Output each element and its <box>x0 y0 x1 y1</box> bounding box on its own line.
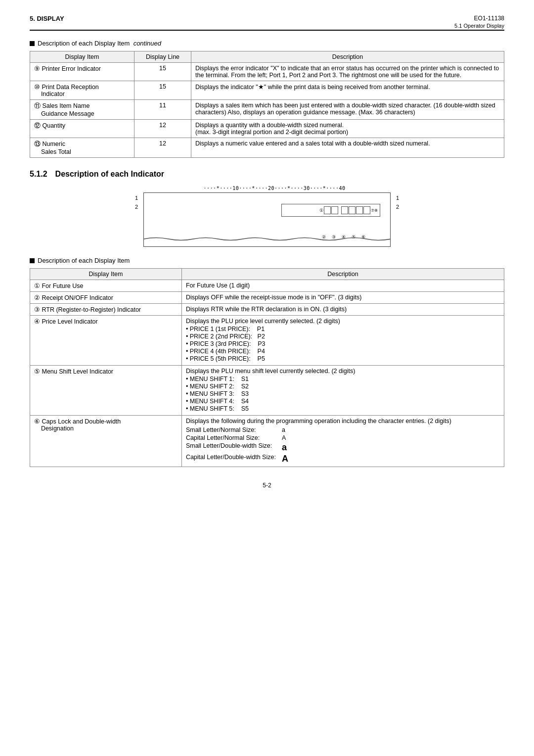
price-level-list: PRICE 1 (1st PRICE): P1 PRICE 2 (2nd PRI… <box>186 326 500 362</box>
bt-desc-cell: Displays OFF while the receipt-issue mod… <box>181 292 504 304</box>
caps-value-large: a <box>278 442 292 453</box>
item-cell: ⑫ Quantity <box>30 120 134 138</box>
desc-cell: Displays a numeric value entered and a s… <box>191 138 504 158</box>
line-cell: 12 <box>134 138 191 158</box>
inner-display-box: ① ⑦⑧ <box>281 204 380 217</box>
table-row: ⑬ Numeric Sales Total 12 Displays a nume… <box>30 138 504 158</box>
table-row: ⑥ Caps Lock and Double-width Designation… <box>30 416 504 467</box>
caps-value: a <box>278 426 292 434</box>
item-cell: ⑩ Print Data Reception Indicator <box>30 81 134 100</box>
wave-decoration <box>144 236 390 246</box>
list-item: MENU SHIFT 3: S3 <box>186 390 500 397</box>
bt-item-cell: ④ Price Level Indicator <box>30 316 182 366</box>
bt-desc-cell: Displays RTR while the RTR declaration i… <box>181 304 504 316</box>
bt-item-cell: ⑤ Menu Shift Level Indicator <box>30 366 182 416</box>
header-divider <box>30 30 504 31</box>
item-cell: ⑪ Sales Item Name Guidance Message <box>30 100 134 120</box>
line-cell: 11 <box>134 100 191 120</box>
indicator-seg-1: ① <box>319 208 323 213</box>
bt-col-header-desc: Description <box>181 269 504 280</box>
doc-number: EO1-11138 <box>454 15 504 22</box>
table-row: ④ Price Level Indicator Displays the PLU… <box>30 316 504 366</box>
section-number: 5.1.2 <box>30 170 47 179</box>
bt-item-cell: ⑥ Caps Lock and Double-width Designation <box>30 416 182 467</box>
bottom-table-intro: Description of each Display Item <box>30 257 504 264</box>
indicator-seg-box2 <box>341 206 348 214</box>
sub-section-header: 5.1 Operator Display <box>454 23 504 29</box>
table-row: ⑨ Printer Error Indicator 15 Displays th… <box>30 63 504 81</box>
bottom-table-intro-text: Description of each Display Item <box>38 257 130 264</box>
indicator-seg-box1 <box>324 206 331 214</box>
page-footer: 5-2 <box>30 482 504 489</box>
bullet-square-2 <box>30 258 35 263</box>
list-item: PRICE 3 (3rd PRICE): P3 <box>186 340 500 347</box>
indicator-diagram: ····*····10····*····20····*····30····*··… <box>30 186 504 247</box>
indicator-seg-box5 <box>363 206 370 214</box>
desc-cell: Displays a quantity with a double-width … <box>191 120 504 138</box>
desc-cell: Displays a sales item which has been jus… <box>191 100 504 120</box>
line-label-2-left: 2 <box>135 204 138 210</box>
col-header-line: Display Line <box>134 51 191 63</box>
caps-label: Small Letter/Normal Size: <box>186 426 278 434</box>
table-row: ⑫ Quantity 12 Displays a quantity with a… <box>30 120 504 138</box>
page-header: 5. DISPLAY EO1-11138 5.1 Operator Displa… <box>30 15 504 29</box>
ruler: ····*····10····*····20····*····30····*··… <box>143 186 405 191</box>
list-item: PRICE 2 (2nd PRICE): P2 <box>186 333 500 340</box>
table-row: ① For Future Use For Future Use (1 digit… <box>30 280 504 292</box>
table-row: ⑪ Sales Item Name Guidance Message 11 Di… <box>30 100 504 120</box>
top-table-intro-text: Description of each Display Item continu… <box>38 40 161 47</box>
bt-col-header-item: Display Item <box>30 269 182 280</box>
bottom-indicator-table: Display Item Description ① For Future Us… <box>30 268 504 467</box>
continued-label: continued <box>134 40 161 47</box>
page-number: 5-2 <box>263 482 271 489</box>
table-row: ⑩ Print Data Reception Indicator 15 Disp… <box>30 81 504 100</box>
top-display-table: Display Item Display Line Description ⑨ … <box>30 51 504 158</box>
caps-label: Small Letter/Double-width Size: <box>186 442 278 453</box>
line-label-2-right: 2 <box>396 204 399 210</box>
caps-label: Capital Letter/Normal Size: <box>186 434 278 442</box>
desc-cell: Displays the error indicator "X" to indi… <box>191 63 504 81</box>
list-item: PRICE 4 (4th PRICE): P4 <box>186 348 500 355</box>
table-row: ⑤ Menu Shift Level Indicator Displays th… <box>30 366 504 416</box>
col-header-desc: Description <box>191 51 504 63</box>
top-table-intro: Description of each Display Item continu… <box>30 40 504 47</box>
list-item: MENU SHIFT 4: S4 <box>186 398 500 405</box>
line-label-1-left: 1 <box>135 195 138 201</box>
indicator-seg-box3 <box>349 206 356 214</box>
line-cell: 15 <box>134 63 191 81</box>
section-heading: Description of each Indicator <box>55 170 164 179</box>
bullet-square <box>30 41 35 46</box>
list-item: MENU SHIFT 2: S2 <box>186 383 500 390</box>
list-item: MENU SHIFT 5: S5 <box>186 405 500 412</box>
table-row: ③ RTR (Register-to-Register) Indicator D… <box>30 304 504 316</box>
bottom-table-section: Description of each Display Item Display… <box>30 257 504 467</box>
table-row: ② Receipt ON/OFF Indicator Displays OFF … <box>30 292 504 304</box>
line-cell: 12 <box>134 120 191 138</box>
list-item: MENU SHIFT 1: S1 <box>186 376 500 382</box>
bt-item-cell: ① For Future Use <box>30 280 182 292</box>
caps-lock-table: Small Letter/Normal Size: a Capital Lett… <box>186 426 292 465</box>
bt-item-cell: ② Receipt ON/OFF Indicator <box>30 292 182 304</box>
caps-label: Capital Letter/Double-width Size: <box>186 453 278 465</box>
caps-value: A <box>278 434 292 442</box>
bt-desc-cell: For Future Use (1 digit) <box>181 280 504 292</box>
list-item: PRICE 1 (1st PRICE): P1 <box>186 326 500 332</box>
list-item: PRICE 5 (5th PRICE): P5 <box>186 355 500 362</box>
indicator-seg-space <box>331 206 338 214</box>
section-title-header: 5. DISPLAY <box>30 15 64 22</box>
bt-desc-cell: Displays the PLU price level currently s… <box>181 316 504 366</box>
indicator-seg-box4 <box>356 206 363 214</box>
item-cell: ⑨ Printer Error Indicator <box>30 63 134 81</box>
indicator-seg-78: ⑦⑧ <box>371 208 378 213</box>
col-header-item: Display Item <box>30 51 134 63</box>
line-cell: 15 <box>134 81 191 100</box>
bt-desc-cell: Displays the PLU menu shift level curren… <box>181 366 504 416</box>
caps-value-large-bold: A <box>278 453 292 465</box>
item-cell: ⑬ Numeric Sales Total <box>30 138 134 158</box>
menu-shift-list: MENU SHIFT 1: S1 MENU SHIFT 2: S2 MENU S… <box>186 376 500 412</box>
header-right: EO1-11138 5.1 Operator Display <box>454 15 504 29</box>
section-heading-container: 5.1.2 Description of each Indicator <box>30 170 504 179</box>
desc-cell: Displays the indicator "★" while the pri… <box>191 81 504 100</box>
bt-desc-cell: Displays the following during the progra… <box>181 416 504 467</box>
line-label-1-right: 1 <box>396 195 399 201</box>
